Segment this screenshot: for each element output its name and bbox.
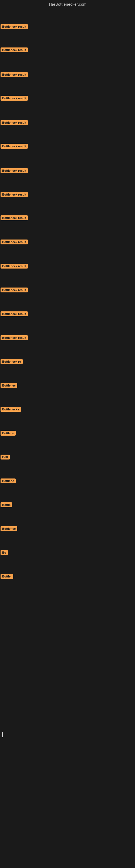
bottleneck-item[interactable]: Bottlenec xyxy=(1,526,17,532)
bottleneck-item[interactable]: Bottleneck result xyxy=(1,240,28,246)
bottleneck-badge: Bottlene xyxy=(1,478,16,484)
bottleneck-badge: Bottlenec xyxy=(1,526,17,531)
bottleneck-item[interactable]: Bottleneck result xyxy=(1,48,28,54)
bottleneck-item[interactable]: Bottleneck result xyxy=(1,120,28,126)
bottleneck-badge: Bottleneck result xyxy=(1,240,28,244)
bottleneck-item[interactable]: Bottleneck result xyxy=(1,24,28,30)
bottleneck-badge: Bottleneck result xyxy=(1,48,28,52)
bottleneck-badge: Bottleneck result xyxy=(1,287,28,292)
bottleneck-badge: Bottleneck result xyxy=(1,120,28,125)
bottleneck-item[interactable]: Bo xyxy=(1,550,8,556)
bottleneck-item[interactable]: Bott xyxy=(1,455,10,461)
bottleneck-badge: Bottleneck r xyxy=(1,407,21,412)
bottleneck-badge: Bottle xyxy=(1,502,12,507)
bottleneck-item[interactable]: Bottler xyxy=(1,574,13,580)
bottleneck-item[interactable]: Bottleneck result xyxy=(1,144,28,150)
bottleneck-badge: Bottleneck result xyxy=(1,335,28,340)
bottleneck-badge: Bottleneck re xyxy=(1,359,23,364)
bottleneck-item[interactable]: Bottleneck result xyxy=(1,287,28,293)
site-title: TheBottlenecker.com xyxy=(0,0,135,9)
bottleneck-badge: Bottleneck result xyxy=(1,72,28,77)
bottleneck-badge: Bottleneck result xyxy=(1,96,28,101)
bottleneck-badge: Bott xyxy=(1,455,10,460)
bottleneck-badge: Bottlene xyxy=(1,431,16,436)
bottleneck-badge: Bottleneck result xyxy=(1,192,28,197)
bottleneck-badge: Bottleneck result xyxy=(1,311,28,316)
bottleneck-badge: Bottleneck result xyxy=(1,144,28,149)
bottleneck-badge: Bo xyxy=(1,550,8,555)
bottleneck-item[interactable]: Bottlene xyxy=(1,431,16,437)
bottleneck-badge: Bottler xyxy=(1,574,13,579)
bottleneck-item[interactable]: Bottleneck result xyxy=(1,96,28,102)
bottleneck-badge: Bottleneck result xyxy=(1,215,28,220)
bottleneck-badge: Bottleneck result xyxy=(1,24,28,29)
bottleneck-item[interactable]: Bottleneck result xyxy=(1,264,28,270)
bottleneck-badge: Bottlenec xyxy=(1,383,17,388)
bottleneck-item[interactable]: Bottlenec xyxy=(1,383,17,389)
bottleneck-item[interactable]: Bottleneck r xyxy=(1,407,21,413)
bottleneck-item[interactable]: Bottleneck result xyxy=(1,72,28,78)
bottleneck-item[interactable]: Bottle xyxy=(1,502,12,508)
bottleneck-item[interactable]: Bottleneck re xyxy=(1,359,23,365)
bottleneck-item[interactable]: Bottleneck result xyxy=(1,311,28,317)
bottleneck-item[interactable]: Bottleneck result xyxy=(1,335,28,341)
bottleneck-item[interactable]: Bottleneck result xyxy=(1,168,28,174)
bottleneck-badge: Bottleneck result xyxy=(1,168,28,173)
bottleneck-badge: Bottleneck result xyxy=(1,264,28,269)
bottleneck-item[interactable]: Bottleneck result xyxy=(1,215,28,221)
bottleneck-item[interactable]: Bottleneck result xyxy=(1,192,28,198)
bottleneck-item[interactable]: Bottlene xyxy=(1,478,16,485)
